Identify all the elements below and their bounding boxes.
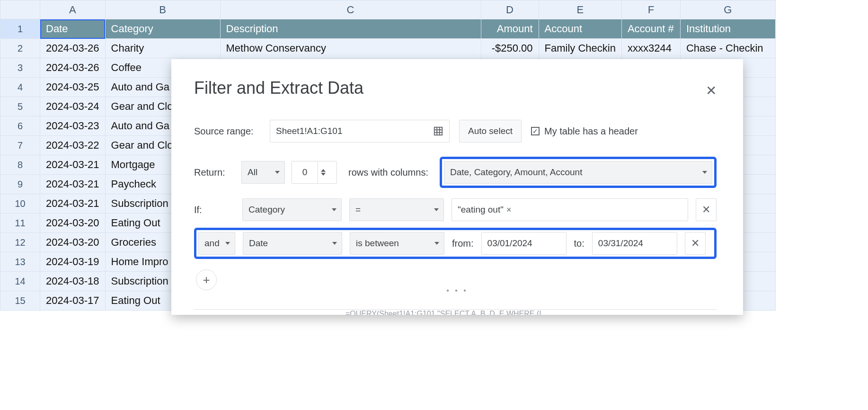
row-header[interactable]: 2: [0, 39, 40, 58]
row-header[interactable]: 5: [0, 97, 40, 116]
cond2-operator-value: is between: [356, 238, 399, 249]
query-formula-preview: =QUERY(Sheet1!A1:G101,"SELECT A, B, D, E…: [345, 310, 541, 315]
remove-condition-button[interactable]: ✕: [685, 232, 706, 255]
corner-cell[interactable]: [0, 0, 40, 19]
header-cell[interactable]: Amount: [481, 19, 539, 39]
cond1-value-input[interactable]: "eating out" ×: [452, 198, 688, 221]
header-cell[interactable]: Date: [40, 19, 106, 39]
dialog-footer-cut: =QUERY(Sheet1!A1:G101,"SELECT A, B, D, E…: [194, 309, 717, 315]
return-mode-select[interactable]: All: [241, 161, 285, 184]
cond2-field-select[interactable]: Date: [243, 232, 342, 255]
add-condition-button[interactable]: +: [196, 269, 217, 290]
column-header[interactable]: B: [105, 0, 220, 19]
column-header[interactable]: D: [481, 0, 539, 19]
svg-rect-0: [434, 127, 443, 135]
close-icon[interactable]: ✕: [706, 83, 717, 98]
cell[interactable]: -$250.00: [481, 39, 539, 58]
has-header-checkbox[interactable]: My table has a header: [531, 126, 638, 137]
row-header[interactable]: 15: [0, 291, 40, 311]
dialog-title: Filter and Extract Data: [194, 78, 717, 98]
stepper-up-icon[interactable]: [321, 169, 326, 172]
column-header[interactable]: F: [621, 0, 680, 19]
row-header[interactable]: 12: [0, 233, 40, 252]
cell[interactable]: xxxx3244: [621, 39, 680, 58]
range-picker-icon[interactable]: [433, 126, 443, 136]
columns-selected-value: Date, Category, Amount, Account: [450, 167, 583, 178]
column-header[interactable]: G: [680, 0, 775, 19]
cell[interactable]: 2024-03-20: [40, 233, 106, 252]
cell[interactable]: Chase - Checkin: [680, 39, 775, 58]
if-label: If:: [194, 205, 235, 215]
row-header[interactable]: 1: [0, 19, 40, 39]
cond2-operator-select[interactable]: is between: [350, 232, 444, 255]
row-header[interactable]: 11: [0, 214, 40, 233]
cell[interactable]: 2024-03-23: [40, 116, 106, 136]
row-header[interactable]: 6: [0, 116, 40, 136]
cell[interactable]: 2024-03-25: [40, 78, 106, 97]
row-header[interactable]: 14: [0, 272, 40, 291]
cell[interactable]: 2024-03-20: [40, 214, 106, 233]
cell[interactable]: 2024-03-19: [40, 252, 106, 272]
from-label: from:: [452, 238, 474, 249]
cond2-field-value: Date: [249, 238, 268, 249]
columns-highlight: Date, Category, Amount, Account: [440, 157, 717, 188]
cell[interactable]: 2024-03-17: [40, 291, 106, 311]
column-header[interactable]: A: [40, 0, 106, 19]
cell[interactable]: 2024-03-18: [40, 272, 106, 291]
row-header[interactable]: 10: [0, 194, 40, 214]
cell[interactable]: 2024-03-21: [40, 194, 106, 214]
to-date-value: 03/31/2024: [598, 238, 643, 249]
auto-select-button[interactable]: Auto select: [459, 120, 522, 143]
row-header[interactable]: 13: [0, 252, 40, 272]
cond1-field-value: Category: [248, 205, 285, 215]
source-range-label: Source range:: [194, 126, 260, 137]
cell[interactable]: Charity: [105, 39, 220, 58]
header-cell[interactable]: Category: [105, 19, 220, 39]
fade-overlay: [0, 325, 868, 410]
cell[interactable]: 2024-03-21: [40, 175, 106, 194]
chevron-down-icon: [702, 171, 707, 174]
cell[interactable]: 2024-03-21: [40, 155, 106, 175]
cond2-join-select[interactable]: and: [198, 232, 235, 255]
return-mode-value: All: [248, 167, 257, 178]
cell[interactable]: 2024-03-24: [40, 97, 106, 116]
stepper-down-icon[interactable]: [321, 173, 326, 176]
header-cell[interactable]: Description: [220, 19, 481, 39]
cond1-field-select[interactable]: Category: [242, 198, 342, 221]
cond2-highlight: and Date is between from: 03/01/2024 to:…: [194, 228, 717, 259]
from-date-value: 03/01/2024: [487, 238, 532, 249]
header-cell[interactable]: Account #: [621, 19, 680, 39]
row-header[interactable]: 3: [0, 58, 40, 78]
chevron-down-icon: [332, 208, 337, 211]
return-label: Return:: [194, 167, 235, 178]
cell[interactable]: Family Checkin: [539, 39, 621, 58]
drag-handle-icon[interactable]: • • •: [446, 286, 468, 295]
chevron-down-icon: [275, 171, 280, 174]
from-date-input[interactable]: 03/01/2024: [481, 232, 567, 255]
filter-extract-dialog: Filter and Extract Data ✕ Source range: …: [171, 59, 743, 315]
cell[interactable]: 2024-03-26: [40, 58, 106, 78]
row-header[interactable]: 7: [0, 136, 40, 155]
header-cell[interactable]: Account: [539, 19, 621, 39]
clear-value-icon[interactable]: ×: [506, 205, 512, 215]
column-header[interactable]: E: [539, 0, 621, 19]
return-count-value: 0: [292, 167, 318, 178]
cond1-operator-select[interactable]: =: [349, 198, 444, 221]
has-header-label: My table has a header: [544, 126, 638, 137]
chevron-down-icon: [225, 242, 230, 245]
cell[interactable]: 2024-03-26: [40, 39, 106, 58]
source-range-input[interactable]: Sheet1!A1:G101: [270, 120, 450, 143]
to-date-input[interactable]: 03/31/2024: [592, 232, 677, 255]
return-count-stepper[interactable]: 0: [292, 161, 337, 184]
cell[interactable]: 2024-03-22: [40, 136, 106, 155]
row-header[interactable]: 9: [0, 175, 40, 194]
column-header[interactable]: C: [220, 0, 481, 19]
row-header[interactable]: 8: [0, 155, 40, 175]
row-header[interactable]: 4: [0, 78, 40, 97]
remove-condition-button[interactable]: ✕: [696, 198, 717, 221]
cell[interactable]: Methow Conservancy: [220, 39, 481, 58]
source-range-value: Sheet1!A1:G101: [276, 126, 343, 136]
columns-select[interactable]: Date, Category, Amount, Account: [444, 161, 712, 184]
chevron-down-icon: [434, 208, 439, 211]
header-cell[interactable]: Institution: [680, 19, 775, 39]
